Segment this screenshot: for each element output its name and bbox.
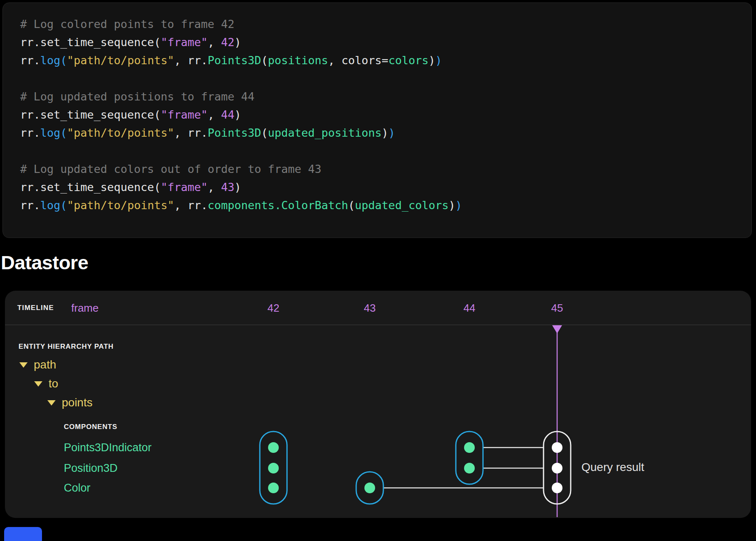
code-line: # Log updated positions to frame 44	[20, 88, 734, 106]
code-line: rr.set_time_sequence("frame", 44)	[20, 106, 734, 124]
component-row-position3d: Position3D	[64, 462, 118, 475]
entity-hierarchy-label: ENTITY HIERARCHY PATH	[19, 343, 114, 351]
component-row-points3dindicator: Points3DIndicator	[64, 441, 152, 454]
timeline-header: TIMELINE frame 42434445	[5, 291, 751, 325]
collapse-triangle-icon[interactable]	[19, 362, 28, 368]
query-result-label: Query result	[581, 461, 644, 474]
frame-tick-43: 43	[364, 302, 376, 315]
frame-tick-44: 44	[464, 302, 476, 315]
tree-node-path[interactable]: path	[19, 358, 56, 371]
code-line: # Log updated colors out of order to fra…	[20, 160, 734, 178]
page: # Log colored points to frame 42rr.set_t…	[0, 0, 756, 541]
code-line: rr.log("path/to/points", rr.components.C…	[20, 196, 734, 215]
partial-blue-element[interactable]	[4, 527, 42, 541]
code-line	[20, 70, 734, 88]
tree-node-label: path	[34, 358, 56, 371]
collapse-triangle-icon[interactable]	[34, 381, 42, 387]
tree-node-label: to	[49, 377, 58, 390]
code-block: # Log colored points to frame 42rr.set_t…	[2, 2, 752, 238]
code-line: rr.set_time_sequence("frame", 43)	[20, 178, 734, 196]
component-row-color: Color	[64, 482, 91, 494]
code-line: rr.set_time_sequence("frame", 42)	[20, 33, 734, 51]
code-line: # Log colored points to frame 42	[20, 15, 734, 33]
tree-node-to[interactable]: to	[34, 377, 58, 390]
frame-tick-42: 42	[268, 302, 280, 315]
frame-tick-45: 45	[551, 302, 563, 315]
tree-node-label: points	[62, 396, 93, 409]
tree-node-points[interactable]: points	[47, 396, 93, 409]
datastore-panel: TIMELINE frame 42434445 ENTITY HIERARCHY…	[5, 291, 751, 518]
code-line	[20, 142, 734, 160]
components-label: COMPONENTS	[64, 423, 117, 431]
datastore-heading: Datastore	[1, 251, 88, 274]
timeline-label: TIMELINE	[17, 304, 54, 312]
code-line: rr.log("path/to/points", rr.Points3D(pos…	[20, 51, 734, 70]
timeline-name: frame	[71, 302, 98, 315]
code-line: rr.log("path/to/points", rr.Points3D(upd…	[20, 124, 734, 142]
collapse-triangle-icon[interactable]	[47, 400, 56, 406]
